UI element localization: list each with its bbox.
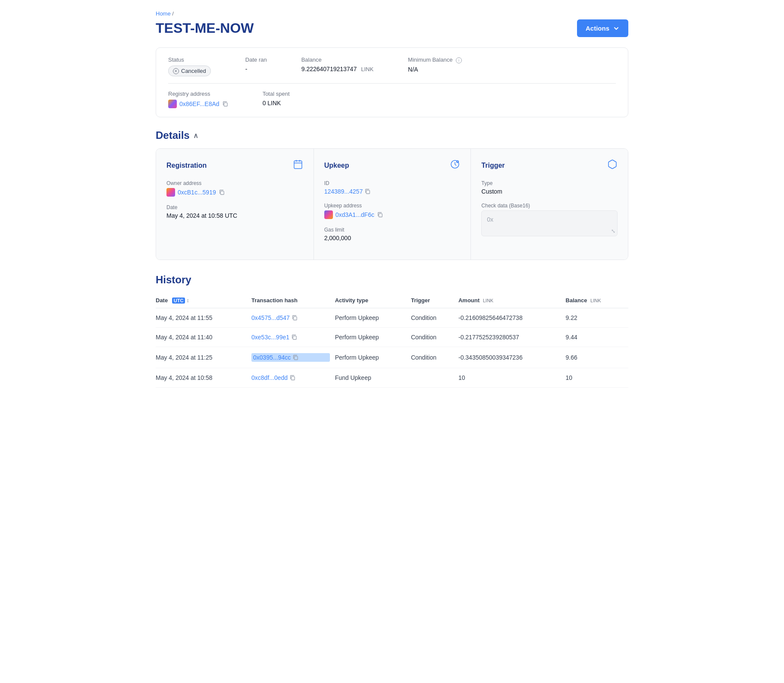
row-date: May 4, 2024 at 10:58 — [156, 368, 251, 388]
row-activity-type: Perform Upkeep — [335, 328, 411, 347]
upkeep-address-label: Upkeep address — [324, 203, 461, 209]
status-badge: ✕ Cancelled — [168, 66, 211, 76]
svg-rect-5 — [367, 190, 370, 194]
breadcrumb-home[interactable]: Home — [156, 10, 171, 17]
upkeep-id-label: ID — [324, 180, 461, 186]
actions-button[interactable]: Actions — [577, 19, 628, 37]
date-field: Date May 4, 2024 at 10:58 UTC — [166, 204, 303, 219]
date-ran-col: Date ran - — [245, 56, 267, 72]
tx-copy-icon[interactable] — [291, 334, 297, 340]
chevron-down-icon — [613, 25, 620, 32]
upkeep-title: Upkeep — [324, 162, 349, 169]
svg-rect-8 — [293, 336, 296, 339]
row-balance: 9.66 — [566, 347, 628, 368]
gas-limit-value: 2,000,000 — [324, 235, 461, 241]
tx-copy-icon[interactable] — [289, 375, 295, 381]
svg-rect-7 — [293, 316, 297, 320]
balance-label: Balance — [301, 56, 373, 63]
row-trigger: Condition — [411, 347, 458, 368]
owner-copy-icon[interactable] — [219, 189, 225, 195]
registration-panel: Registration Owner address 0xcB1c...5919 — [156, 149, 314, 260]
sort-icon[interactable]: ↕ — [186, 298, 189, 304]
table-row: May 4, 2024 at 10:58 0xc8df...0edd Fund … — [156, 368, 628, 388]
status-row: Status ✕ Cancelled Date ran - Balance 9.… — [168, 56, 616, 76]
date-value: May 4, 2024 at 10:58 UTC — [166, 212, 303, 219]
row-tx-hash[interactable]: 0x4575...d547 — [251, 308, 335, 328]
registration-header: Registration — [166, 159, 303, 172]
row-amount: -0.21609825646472738 — [458, 308, 566, 328]
owner-addr-link[interactable]: 0xcB1c...5919 — [178, 189, 216, 196]
trigger-header: Trigger — [481, 159, 618, 172]
id-copy-icon[interactable] — [364, 188, 370, 194]
registration-title: Registration — [166, 162, 207, 169]
row-activity-type: Perform Upkeep — [335, 347, 411, 368]
col-activity-type: Activity type — [335, 293, 411, 308]
col-balance: Balance LINK — [566, 293, 628, 308]
info-icon: i — [456, 57, 462, 63]
page-title: TEST-ME-NOW — [156, 20, 254, 36]
svg-rect-10 — [291, 376, 295, 380]
tx-copy-icon[interactable] — [292, 315, 298, 321]
status-card: Status ✕ Cancelled Date ran - Balance 9.… — [156, 47, 628, 117]
registry-address-col: Registry address 0x86EF...E8Ad — [168, 91, 228, 108]
svg-rect-9 — [295, 356, 298, 360]
svg-rect-2 — [220, 191, 224, 194]
table-row: May 4, 2024 at 11:25 0x0395...94cc Perfo… — [156, 347, 628, 368]
upkeep-copy-icon[interactable] — [377, 212, 383, 218]
upkeep-addr-link[interactable]: 0xd3A1...dF6c — [336, 211, 374, 218]
row-amount: -0.2177525239280537 — [458, 328, 566, 347]
date-label: Date — [166, 204, 303, 210]
registry-address-value: 0x86EF...E8Ad — [168, 100, 228, 108]
trigger-title: Trigger — [481, 162, 505, 169]
registry-addr-link[interactable]: 0x86EF...E8Ad — [179, 100, 220, 107]
trigger-panel: Trigger Type Custom Check data (Base16) … — [470, 149, 628, 260]
history-table-body: May 4, 2024 at 11:55 0x4575...d547 Perfo… — [156, 308, 628, 388]
registry-address-label: Registry address — [168, 91, 228, 97]
row-amount: 10 — [458, 368, 566, 388]
calendar-icon — [293, 159, 303, 172]
row-trigger — [411, 368, 458, 388]
history-section: History Date UTC ↕ Transaction hash Acti… — [156, 274, 628, 388]
details-section-title: Details ∧ — [156, 129, 628, 141]
page-header: TEST-ME-NOW Actions — [156, 19, 628, 37]
table-row: May 4, 2024 at 11:55 0x4575...d547 Perfo… — [156, 308, 628, 328]
date-ran-label: Date ran — [245, 56, 267, 63]
upkeep-address-row: 0xd3A1...dF6c — [324, 210, 461, 219]
tx-copy-icon[interactable] — [292, 354, 298, 360]
registry-addr-icon — [168, 100, 177, 108]
min-balance-value: N/A — [408, 66, 462, 73]
history-title: History — [156, 274, 628, 286]
status-col: Status ✕ Cancelled — [168, 56, 211, 76]
row-amount: -0.34350850039347236 — [458, 347, 566, 368]
trigger-type-label: Type — [481, 180, 618, 186]
col-date: Date UTC ↕ — [156, 293, 251, 308]
min-balance-label: Minimum Balance i — [408, 56, 462, 63]
upkeep-addr-icon — [324, 210, 333, 219]
check-data-placeholder: 0x — [487, 216, 493, 223]
status-label: Status — [168, 56, 211, 63]
registry-copy-icon[interactable] — [222, 101, 228, 107]
breadcrumb: Home / — [156, 10, 628, 17]
total-spent-col: Total spent 0 LINK — [263, 91, 290, 107]
gas-limit-label: Gas limit — [324, 227, 461, 233]
status-value: ✕ Cancelled — [168, 66, 211, 76]
svg-rect-6 — [379, 213, 382, 217]
owner-address-label: Owner address — [166, 180, 303, 186]
table-row: May 4, 2024 at 11:40 0xe53c...99e1 Perfo… — [156, 328, 628, 347]
cancelled-icon: ✕ — [173, 68, 179, 74]
trigger-icon — [607, 159, 618, 172]
row-tx-hash[interactable]: 0xc8df...0edd — [251, 368, 335, 388]
upkeep-address-field: Upkeep address 0xd3A1...dF6c — [324, 203, 461, 219]
history-header-row: Date UTC ↕ Transaction hash Activity typ… — [156, 293, 628, 308]
row-tx-hash[interactable]: 0x0395...94cc — [251, 347, 335, 368]
row-activity-type: Perform Upkeep — [335, 308, 411, 328]
upkeep-panel: Upkeep ID 124389...4257 — [314, 149, 471, 260]
row-balance: 9.44 — [566, 328, 628, 347]
owner-addr-icon — [166, 188, 175, 197]
date-ran-value: - — [245, 66, 267, 72]
row-trigger: Condition — [411, 328, 458, 347]
total-spent-value: 0 LINK — [263, 100, 290, 107]
row-tx-hash[interactable]: 0xe53c...99e1 — [251, 328, 335, 347]
details-chevron-icon[interactable]: ∧ — [193, 132, 198, 140]
col-trigger: Trigger — [411, 293, 458, 308]
